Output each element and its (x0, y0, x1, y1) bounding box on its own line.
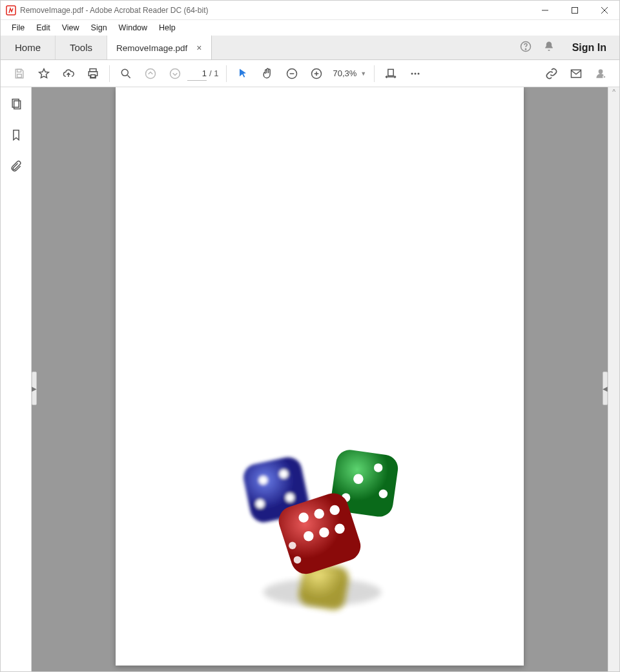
tab-document[interactable]: RemoveImage.pdf × (107, 35, 212, 59)
svg-point-34 (259, 476, 267, 484)
save-button[interactable] (7, 60, 32, 87)
next-page-button[interactable] (163, 60, 187, 87)
svg-point-46 (330, 505, 340, 515)
svg-point-21 (411, 72, 413, 74)
svg-point-25 (599, 69, 603, 74)
cloud-upload-button[interactable] (56, 60, 81, 87)
svg-rect-10 (91, 74, 96, 77)
fit-width-button[interactable] (378, 60, 403, 87)
tab-document-label: RemoveImage.pdf (116, 43, 187, 53)
pdf-page (116, 87, 524, 666)
app-icon (6, 5, 16, 16)
svg-point-39 (353, 474, 363, 484)
svg-rect-2 (572, 7, 578, 13)
tab-tools[interactable]: Tools (56, 36, 107, 59)
sign-in-button[interactable]: Sign In (559, 36, 619, 59)
svg-point-35 (280, 470, 288, 478)
svg-point-50 (289, 541, 296, 549)
svg-point-14 (170, 68, 180, 78)
selection-tool-button[interactable] (231, 60, 255, 87)
svg-point-36 (256, 499, 264, 508)
find-button[interactable] (114, 60, 138, 87)
svg-point-49 (335, 524, 344, 534)
help-icon[interactable] (519, 40, 532, 56)
close-button[interactable] (590, 1, 619, 20)
star-button[interactable] (32, 60, 56, 87)
svg-rect-8 (17, 74, 22, 77)
svg-point-44 (298, 512, 308, 522)
svg-rect-7 (17, 69, 21, 72)
left-rail (1, 87, 32, 671)
zoom-in-button[interactable] (304, 60, 329, 87)
vertical-scrollbar[interactable]: ^ (608, 87, 619, 671)
more-tools-button[interactable] (403, 60, 428, 87)
menu-sign[interactable]: Sign (85, 22, 113, 34)
page-number-input[interactable] (187, 67, 207, 81)
svg-point-47 (304, 531, 313, 541)
expand-right-panel-handle[interactable]: ◀ (603, 372, 608, 405)
menu-window[interactable]: Window (113, 22, 153, 34)
svg-point-40 (374, 463, 382, 472)
thumbnails-panel-button[interactable] (8, 96, 24, 112)
notifications-icon[interactable] (542, 40, 555, 56)
svg-point-45 (314, 509, 324, 518)
zoom-value-label: 70,3% (333, 68, 356, 78)
svg-point-11 (121, 69, 128, 76)
menu-edit[interactable]: Edit (30, 22, 56, 34)
tab-strip: Home Tools RemoveImage.pdf × Sign In (1, 36, 619, 60)
print-button[interactable] (81, 60, 105, 87)
email-button[interactable] (564, 60, 588, 87)
title-bar: RemoveImage.pdf - Adobe Acrobat Reader D… (1, 1, 619, 20)
minimize-button[interactable] (530, 1, 560, 20)
content-area: ▶ (1, 87, 619, 671)
zoom-dropdown[interactable]: 70,3% ▼ (329, 68, 370, 78)
expand-left-panel-handle[interactable]: ▶ (32, 372, 37, 405)
menu-bar: File Edit View Sign Window Help (1, 20, 619, 36)
svg-point-42 (379, 490, 388, 498)
document-viewport[interactable]: ▶ (32, 87, 608, 671)
account-icon[interactable] (588, 60, 613, 87)
hand-tool-button[interactable] (255, 60, 280, 87)
tab-close-icon[interactable]: × (196, 43, 202, 53)
toolbar: / 1 70,3% ▼ (1, 60, 619, 87)
svg-line-12 (128, 75, 130, 78)
chevron-down-icon: ▼ (360, 70, 366, 77)
svg-point-13 (146, 68, 156, 78)
window-title: RemoveImage.pdf - Adobe Acrobat Reader D… (20, 6, 208, 15)
prev-page-button[interactable] (138, 60, 163, 87)
page-total-label: / 1 (207, 68, 222, 78)
svg-point-6 (525, 48, 526, 49)
menu-help[interactable]: Help (153, 22, 181, 34)
attachments-panel-button[interactable] (8, 158, 24, 174)
app-window: RemoveImage.pdf - Adobe Acrobat Reader D… (0, 0, 620, 672)
share-link-button[interactable] (539, 60, 564, 87)
svg-rect-20 (388, 69, 393, 76)
scroll-up-arrow-icon[interactable]: ^ (608, 89, 619, 96)
tab-home[interactable]: Home (1, 36, 56, 59)
svg-point-51 (294, 556, 302, 564)
bookmarks-panel-button[interactable] (8, 127, 24, 143)
svg-point-23 (418, 72, 420, 74)
dice-image (232, 449, 413, 617)
svg-point-22 (415, 72, 417, 74)
zoom-out-button[interactable] (280, 60, 304, 87)
svg-point-48 (319, 527, 329, 537)
menu-file[interactable]: File (6, 22, 30, 34)
menu-view[interactable]: View (56, 22, 85, 34)
maximize-button[interactable] (560, 1, 590, 20)
svg-point-37 (285, 493, 294, 501)
